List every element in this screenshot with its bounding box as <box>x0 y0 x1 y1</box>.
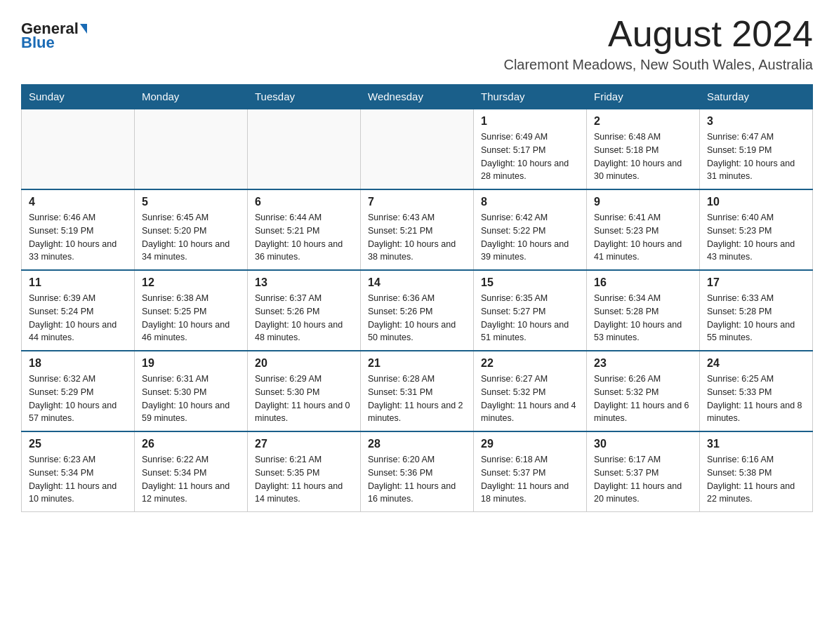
day-number: 31 <box>707 438 805 450</box>
day-info-line: Daylight: 10 hours and 33 minutes. <box>29 239 117 262</box>
day-info: Sunrise: 6:22 AMSunset: 5:34 PMDaylight:… <box>142 453 240 506</box>
day-info: Sunrise: 6:26 AMSunset: 5:32 PMDaylight:… <box>594 373 692 425</box>
day-cell: 31Sunrise: 6:16 AMSunset: 5:38 PMDayligh… <box>700 431 813 512</box>
day-cell: 30Sunrise: 6:17 AMSunset: 5:37 PMDayligh… <box>587 431 700 512</box>
day-info-line: Sunrise: 6:42 AM <box>481 213 548 222</box>
day-info-line: Daylight: 10 hours and 46 minutes. <box>142 320 230 343</box>
day-info-line: Sunset: 5:24 PM <box>29 307 93 316</box>
title-block: August 2024 Claremont Meadows, New South… <box>503 14 813 73</box>
day-info-line: Daylight: 10 hours and 59 minutes. <box>142 401 230 424</box>
day-cell <box>22 109 135 189</box>
day-info-line: Sunrise: 6:44 AM <box>255 213 322 222</box>
day-info-line: Sunset: 5:23 PM <box>707 226 772 236</box>
column-header-thursday: Thursday <box>474 85 587 109</box>
day-cell: 17Sunrise: 6:33 AMSunset: 5:28 PMDayligh… <box>700 270 813 351</box>
day-info-line: Daylight: 11 hours and 14 minutes. <box>255 481 343 504</box>
day-info-line: Sunset: 5:22 PM <box>481 226 545 236</box>
day-info: Sunrise: 6:17 AMSunset: 5:37 PMDaylight:… <box>594 453 692 506</box>
day-number: 17 <box>707 276 805 289</box>
day-cell: 19Sunrise: 6:31 AMSunset: 5:30 PMDayligh… <box>135 351 248 431</box>
day-info-line: Sunrise: 6:32 AM <box>29 374 95 384</box>
day-info-line: Sunset: 5:26 PM <box>255 307 319 316</box>
day-info: Sunrise: 6:48 AMSunset: 5:18 PMDaylight:… <box>594 130 692 183</box>
week-row-5: 25Sunrise: 6:23 AMSunset: 5:34 PMDayligh… <box>22 431 813 512</box>
day-info-line: Daylight: 10 hours and 39 minutes. <box>481 239 569 262</box>
day-info: Sunrise: 6:31 AMSunset: 5:30 PMDaylight:… <box>142 373 240 425</box>
day-number: 28 <box>368 438 466 450</box>
day-info-line: Daylight: 10 hours and 55 minutes. <box>707 320 795 343</box>
day-number: 15 <box>481 276 579 289</box>
day-cell: 9Sunrise: 6:41 AMSunset: 5:23 PMDaylight… <box>587 189 700 270</box>
day-info-line: Sunrise: 6:26 AM <box>594 374 661 384</box>
column-header-sunday: Sunday <box>22 85 135 109</box>
day-info-line: Sunset: 5:27 PM <box>481 307 545 316</box>
day-info-line: Daylight: 11 hours and 6 minutes. <box>594 401 689 424</box>
logo-text-blue: Blue <box>21 35 55 51</box>
location-subtitle: Claremont Meadows, New South Wales, Aust… <box>503 57 813 73</box>
day-cell: 16Sunrise: 6:34 AMSunset: 5:28 PMDayligh… <box>587 270 700 351</box>
day-info: Sunrise: 6:33 AMSunset: 5:28 PMDaylight:… <box>707 292 805 344</box>
day-cell: 12Sunrise: 6:38 AMSunset: 5:25 PMDayligh… <box>135 270 248 351</box>
day-info-line: Daylight: 11 hours and 18 minutes. <box>481 481 569 504</box>
day-info-line: Daylight: 11 hours and 8 minutes. <box>707 401 802 424</box>
day-info-line: Sunset: 5:29 PM <box>29 387 93 397</box>
day-info-line: Sunset: 5:20 PM <box>142 226 206 236</box>
day-number: 27 <box>255 438 353 450</box>
day-info-line: Sunset: 5:38 PM <box>707 468 772 478</box>
day-info-line: Daylight: 11 hours and 16 minutes. <box>368 481 456 504</box>
week-row-3: 11Sunrise: 6:39 AMSunset: 5:24 PMDayligh… <box>22 270 813 351</box>
day-cell: 29Sunrise: 6:18 AMSunset: 5:37 PMDayligh… <box>474 431 587 512</box>
day-cell: 1Sunrise: 6:49 AMSunset: 5:17 PMDaylight… <box>474 109 587 189</box>
day-info-line: Daylight: 10 hours and 44 minutes. <box>29 320 117 343</box>
day-info-line: Daylight: 10 hours and 34 minutes. <box>142 239 230 262</box>
day-info-line: Sunrise: 6:21 AM <box>255 455 322 464</box>
day-info-line: Daylight: 10 hours and 28 minutes. <box>481 159 569 182</box>
day-number: 3 <box>707 115 805 128</box>
day-info-line: Sunset: 5:36 PM <box>368 468 432 478</box>
day-cell: 24Sunrise: 6:25 AMSunset: 5:33 PMDayligh… <box>700 351 813 431</box>
day-cell <box>135 109 248 189</box>
day-info-line: Sunset: 5:25 PM <box>142 307 206 316</box>
day-number: 21 <box>368 357 466 370</box>
day-info-line: Sunset: 5:17 PM <box>481 145 545 155</box>
day-info-line: Daylight: 11 hours and 4 minutes. <box>481 401 576 424</box>
day-number: 23 <box>594 357 692 370</box>
day-cell: 23Sunrise: 6:26 AMSunset: 5:32 PMDayligh… <box>587 351 700 431</box>
day-number: 4 <box>29 196 127 208</box>
day-number: 2 <box>594 115 692 128</box>
day-number: 9 <box>594 196 692 208</box>
column-header-tuesday: Tuesday <box>248 85 361 109</box>
day-info-line: Sunrise: 6:46 AM <box>29 213 95 222</box>
day-cell: 13Sunrise: 6:37 AMSunset: 5:26 PMDayligh… <box>248 270 361 351</box>
day-number: 6 <box>255 196 353 208</box>
day-info: Sunrise: 6:46 AMSunset: 5:19 PMDaylight:… <box>29 211 127 264</box>
day-info-line: Sunrise: 6:35 AM <box>481 293 548 303</box>
day-number: 13 <box>255 276 353 289</box>
day-number: 20 <box>255 357 353 370</box>
day-info-line: Sunset: 5:18 PM <box>594 145 658 155</box>
day-info-line: Daylight: 10 hours and 51 minutes. <box>481 320 569 343</box>
day-info-line: Sunrise: 6:34 AM <box>594 293 661 303</box>
day-info-line: Sunrise: 6:39 AM <box>29 293 95 303</box>
day-info-line: Sunrise: 6:20 AM <box>368 455 435 464</box>
day-info-line: Sunset: 5:19 PM <box>707 145 772 155</box>
column-header-wednesday: Wednesday <box>361 85 474 109</box>
day-info-line: Daylight: 11 hours and 22 minutes. <box>707 481 795 504</box>
month-title: August 2024 <box>503 14 813 54</box>
day-info-line: Sunset: 5:30 PM <box>142 387 206 397</box>
day-info-line: Sunset: 5:37 PM <box>481 468 545 478</box>
day-info-line: Daylight: 11 hours and 2 minutes. <box>368 401 463 424</box>
day-info-line: Sunrise: 6:49 AM <box>481 132 548 142</box>
day-number: 29 <box>481 438 579 450</box>
day-number: 10 <box>707 196 805 208</box>
day-info-line: Sunset: 5:32 PM <box>481 387 545 397</box>
day-info-line: Daylight: 11 hours and 0 minutes. <box>255 401 350 424</box>
week-row-1: 1Sunrise: 6:49 AMSunset: 5:17 PMDaylight… <box>22 109 813 189</box>
day-number: 19 <box>142 357 240 370</box>
day-info: Sunrise: 6:34 AMSunset: 5:28 PMDaylight:… <box>594 292 692 344</box>
day-number: 16 <box>594 276 692 289</box>
day-number: 30 <box>594 438 692 450</box>
day-info-line: Sunset: 5:34 PM <box>29 468 93 478</box>
day-info: Sunrise: 6:49 AMSunset: 5:17 PMDaylight:… <box>481 130 579 183</box>
calendar-table: SundayMondayTuesdayWednesdayThursdayFrid… <box>21 84 813 512</box>
